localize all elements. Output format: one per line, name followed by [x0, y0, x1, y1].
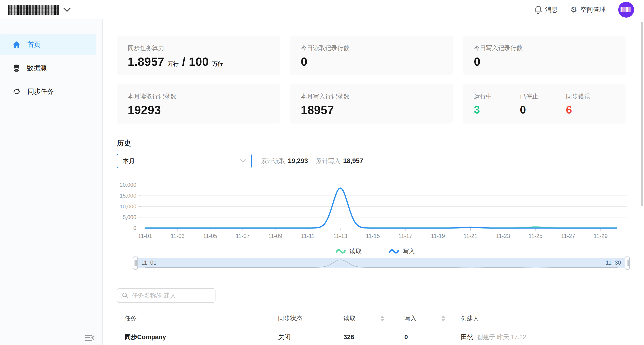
space-admin-label: 空间管理: [580, 6, 606, 14]
messages-button[interactable]: 消息: [534, 6, 558, 14]
bell-icon: [534, 6, 542, 14]
cell-task-name[interactable]: 同步Company: [124, 333, 278, 341]
stat-cards: 同步任务算力 1.8957 万行 / 100 万行 今日读取记录行数 0 今日写…: [117, 36, 626, 124]
stat-label: 本月写入行记录数: [301, 92, 442, 101]
datazoom-left-handle[interactable]: [133, 256, 138, 270]
chart-legend: 读取 写入: [117, 247, 634, 256]
sort-read-button[interactable]: [380, 315, 384, 321]
line-chart-canvas: 05,00010,00015,00020,00011-0111-0311-051…: [117, 180, 634, 244]
chevron-down-icon: [63, 7, 71, 12]
total-write-summary: 累计写入 18,957: [316, 157, 363, 165]
svg-text:11-11: 11-11: [301, 233, 314, 239]
workspace-logo: [8, 5, 59, 15]
svg-text:5,000: 5,000: [123, 214, 136, 220]
cell-creator: 田然 创建于 昨天 17:22: [461, 333, 626, 341]
legend-item-read[interactable]: 读取: [336, 247, 362, 255]
task-search-input[interactable]: [132, 292, 208, 299]
col-header-task: 任务: [124, 314, 278, 322]
avatar-redacted-name: [620, 7, 631, 12]
created-time: 创建于 昨天 17:22: [477, 333, 526, 341]
cell-sync-status: 关闭: [278, 333, 344, 341]
svg-text:11-21: 11-21: [464, 233, 478, 239]
write-line-icon: [389, 248, 399, 254]
database-icon: [13, 64, 20, 72]
stat-value: 19293: [128, 103, 269, 117]
messages-label: 消息: [545, 6, 558, 14]
sidebar-item-label: 同步任务: [28, 87, 54, 96]
svg-text:11-07: 11-07: [236, 233, 250, 239]
stat-card-month-write: 本月写入行记录数 18957: [290, 84, 453, 124]
task-search-box: [117, 288, 216, 303]
stat-card-compute: 同步任务算力 1.8957 万行 / 100 万行: [117, 36, 280, 75]
sidebar-item-home[interactable]: 首页: [0, 34, 96, 55]
sidebar-item-label: 数据源: [27, 64, 47, 73]
sidebar-item-label: 首页: [28, 40, 40, 49]
svg-text:11-19: 11-19: [431, 233, 445, 239]
svg-text:11-05: 11-05: [203, 233, 217, 239]
svg-text:11-25: 11-25: [528, 233, 542, 239]
svg-text:11-03: 11-03: [170, 233, 184, 239]
stat-label: 本月读取行记录数: [128, 92, 269, 101]
svg-text:11-15: 11-15: [366, 233, 380, 239]
datazoom-end-label: 11–30: [606, 259, 621, 266]
read-line-icon: [336, 248, 346, 254]
sidebar-item-sync-tasks[interactable]: 同步任务: [0, 81, 96, 102]
status-stopped: 已停止 0: [520, 92, 566, 115]
stat-card-today-read: 今日读取记录行数 0: [290, 36, 453, 75]
sidebar-item-datasources[interactable]: 数据源: [0, 58, 96, 79]
date-range-select[interactable]: 本月: [117, 154, 252, 168]
datazoom-minimap: [136, 258, 627, 268]
svg-text:11-23: 11-23: [496, 233, 510, 239]
stat-value: 0: [474, 55, 615, 68]
svg-text:0: 0: [133, 225, 136, 231]
col-header-creator: 创建人: [461, 314, 626, 322]
chevron-down-icon: [240, 159, 246, 163]
stat-label: 今日写入记录行数: [474, 44, 615, 52]
history-section-title: 历史: [117, 138, 626, 148]
sort-write-button[interactable]: [441, 315, 445, 321]
svg-text:11-09: 11-09: [268, 233, 282, 239]
app-header: 消息 ⚙ 空间管理: [0, 0, 644, 20]
task-table: 任务 同步状态 读取 写入 创建人 同步Company 关闭 328 0 田然 …: [117, 312, 626, 345]
stat-card-task-status: 运行中 3 已停止 0 同步错误 6: [463, 84, 626, 124]
stat-value: 1.8957 万行 / 100 万行: [128, 55, 269, 68]
sync-icon: [13, 88, 21, 96]
stat-value: 18957: [301, 103, 442, 117]
stat-value: 0: [301, 55, 442, 68]
svg-text:11-01: 11-01: [138, 233, 152, 239]
stat-label: 今日读取记录行数: [301, 44, 442, 52]
home-icon: [13, 41, 21, 49]
stat-card-today-write: 今日写入记录行数 0: [463, 36, 626, 75]
task-table-header: 任务 同步状态 读取 写入 创建人: [117, 312, 626, 325]
menu-fold-icon: [84, 334, 95, 342]
svg-text:11-17: 11-17: [398, 233, 412, 239]
status-error: 同步错误 6: [566, 92, 612, 115]
svg-text:11-29: 11-29: [594, 233, 608, 239]
stat-card-month-read: 本月读取行记录数 19293: [117, 84, 280, 124]
svg-text:15,000: 15,000: [120, 193, 136, 199]
workspace-switcher[interactable]: [8, 4, 71, 15]
legend-label: 写入: [403, 247, 415, 255]
datazoom-right-handle[interactable]: [625, 256, 630, 270]
vertical-scrollbar[interactable]: [640, 22, 643, 206]
legend-item-write[interactable]: 写入: [389, 247, 415, 255]
search-icon: [122, 292, 128, 299]
col-header-read: 读取: [344, 314, 404, 322]
history-line-chart: 05,00010,00015,00020,00011-0111-0311-051…: [117, 180, 634, 244]
gear-icon: ⚙: [570, 6, 577, 14]
total-read-summary: 累计读取 19,293: [261, 157, 308, 165]
svg-text:11-27: 11-27: [561, 233, 575, 239]
creator-name: 田然: [461, 333, 474, 341]
table-row[interactable]: 同步Company 关闭 328 0 田然 创建于 昨天 17:22: [117, 325, 626, 345]
col-header-status: 同步状态: [278, 314, 344, 322]
col-header-write: 写入: [404, 314, 461, 322]
user-avatar[interactable]: [618, 2, 634, 18]
cell-write-count: 0: [404, 333, 461, 341]
svg-text:10,000: 10,000: [120, 203, 136, 210]
space-admin-button[interactable]: ⚙ 空间管理: [570, 6, 606, 14]
collapse-sidebar-button[interactable]: [84, 334, 95, 342]
datazoom-start-label: 11–01: [141, 259, 156, 266]
svg-text:11-13: 11-13: [333, 233, 347, 239]
date-range-selected-value: 本月: [123, 157, 135, 165]
chart-datazoom-slider[interactable]: 11–01 11–30: [136, 258, 627, 268]
